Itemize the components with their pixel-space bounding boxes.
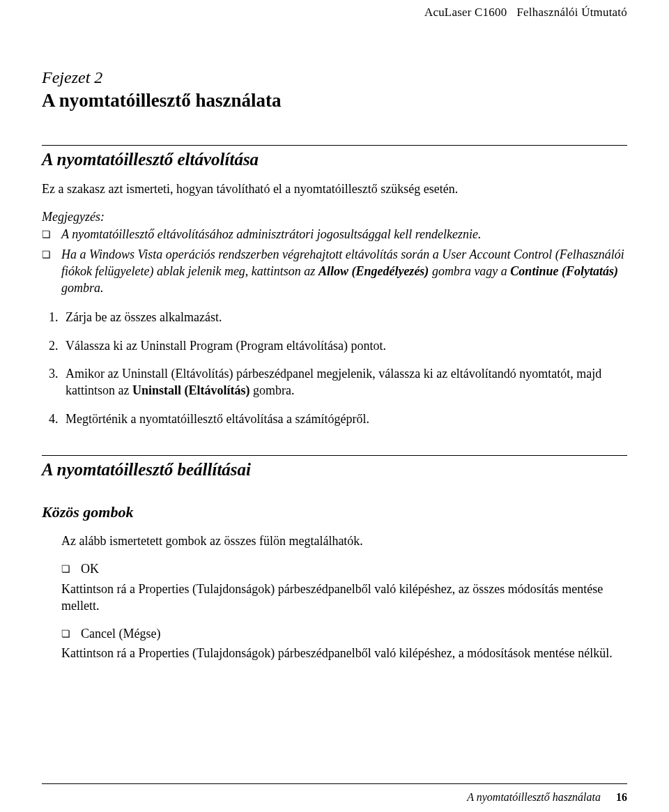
- cancel-bullet: ❏ Cancel (Mégse): [61, 625, 627, 642]
- subsection-title: Közös gombok: [42, 503, 627, 521]
- note2-post: gombra.: [61, 281, 104, 295]
- note-2-text: Ha a Windows Vista operációs rendszerben…: [61, 246, 627, 297]
- document-page: AcuLaser C1600Felhasználói Útmutató Feje…: [0, 0, 669, 812]
- section1-title: A nyomtatóillesztő eltávolítása: [42, 150, 627, 169]
- running-header: AcuLaser C1600Felhasználói Útmutató: [42, 6, 627, 20]
- header-product: AcuLaser C1600: [424, 6, 507, 19]
- footer-rule: [42, 783, 627, 784]
- note2-mid: gombra vagy a: [429, 264, 510, 278]
- cancel-label: Cancel (Mégse): [81, 625, 627, 642]
- ok-block: ❏ OK: [61, 560, 627, 577]
- page-number: 16: [616, 791, 627, 803]
- note2-bold2: Continue (Folytatás): [510, 264, 618, 278]
- step-1: Zárja be az összes alkalmazást.: [61, 309, 627, 325]
- note2-bold1: Allow (Engedélyezés): [318, 264, 429, 278]
- ok-desc: Kattintson rá a Properties (Tulajdonságo…: [61, 581, 627, 615]
- ok-label: OK: [81, 560, 627, 577]
- ok-bullet: ❏ OK: [61, 560, 627, 577]
- cancel-desc: Kattintson rá a Properties (Tulajdonságo…: [61, 645, 627, 661]
- running-footer: A nyomtatóillesztő használata 16: [467, 791, 627, 804]
- section2-intro: Az alább ismertetett gombok az összes fü…: [61, 533, 627, 549]
- section-rule: [42, 455, 627, 456]
- bullet-icon: ❏: [61, 625, 81, 642]
- step3-bold: Uninstall (Eltávolítás): [132, 383, 250, 397]
- note-1-text: A nyomtatóillesztő eltávolításához admin…: [61, 226, 627, 243]
- bullet-icon: ❏: [61, 560, 81, 577]
- chapter-title: A nyomtatóillesztő használata: [42, 90, 627, 112]
- step-4: Megtörténik a nyomtatóillesztő eltávolít…: [61, 411, 627, 427]
- steps-list: Zárja be az összes alkalmazást. Válassza…: [42, 309, 627, 427]
- footer-title: A nyomtatóillesztő használata: [467, 791, 601, 803]
- chapter-label: Fejezet 2: [42, 68, 627, 87]
- step-2: Válassza ki az Uninstall Program (Progra…: [61, 337, 627, 354]
- notes-block: Megjegyzés: ❏ A nyomtatóillesztő eltávol…: [42, 210, 627, 296]
- cancel-block: ❏ Cancel (Mégse): [61, 625, 627, 642]
- step3-post: gombra.: [250, 383, 295, 397]
- note-item-1: ❏ A nyomtatóillesztő eltávolításához adm…: [42, 226, 627, 243]
- section-rule: [42, 145, 627, 146]
- section1-intro: Ez a szakasz azt ismerteti, hogyan távol…: [42, 181, 627, 197]
- bullet-icon: ❏: [42, 246, 61, 297]
- note-item-2: ❏ Ha a Windows Vista operációs rendszerb…: [42, 246, 627, 297]
- step-3: Amikor az Uninstall (Eltávolítás) párbes…: [61, 365, 627, 399]
- section2-title: A nyomtatóillesztő beállításai: [42, 460, 627, 480]
- header-doc: Felhasználói Útmutató: [516, 6, 627, 19]
- notes-label: Megjegyzés:: [42, 210, 627, 224]
- bullet-icon: ❏: [42, 226, 61, 243]
